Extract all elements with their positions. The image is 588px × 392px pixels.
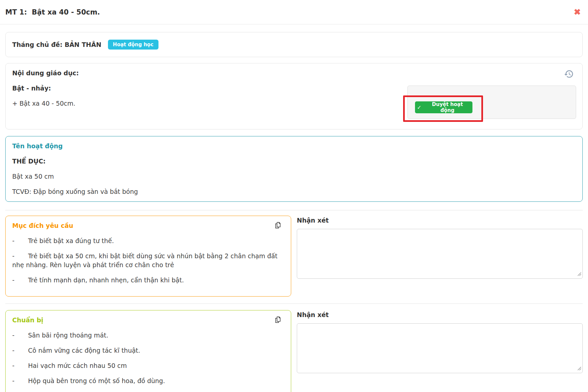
resize-handle-icon[interactable]: [577, 271, 581, 277]
modal-body: Tháng chủ đề: BẢN THÂN Hoạt động học Nội…: [0, 32, 588, 392]
comment-label: Nhận xét: [297, 216, 583, 225]
approve-panel: ✓ Duyệt hoạt động: [407, 86, 576, 119]
close-icon: ✖: [574, 7, 581, 17]
preparation-card: Chuẩn bị -Sân bãi rộng thoáng mát. -Cô n…: [5, 310, 291, 392]
purpose-comment-column: Nhận xét: [297, 216, 583, 297]
close-button[interactable]: ✖: [572, 7, 582, 18]
activity-line: THỂ DỤC:: [12, 157, 576, 166]
section-divider: [5, 210, 583, 210]
copy-button[interactable]: [274, 221, 282, 230]
list-item: -Trẻ tính mạnh dạn, nhanh nhẹn, cẩn thận…: [12, 276, 284, 285]
activity-detail-modal: MT 1: Bật xa 40 - 50cm. ✖ Tháng chủ đề: …: [0, 0, 588, 392]
list-item: -Trẻ biết bật xa đúng tư thế.: [12, 236, 284, 245]
history-button[interactable]: [564, 69, 574, 80]
history-icon: [564, 75, 574, 80]
list-item: -Sân bãi rộng thoáng mát.: [12, 331, 284, 340]
education-content-title: Nội dung giáo dục:: [12, 69, 576, 78]
comment-label: Nhận xét: [297, 310, 583, 319]
activity-name-card: Tên hoạt động THỂ DỤC: Bật xa 50 cm TCVĐ…: [5, 136, 583, 202]
purpose-card: Mục đích yêu cầu -Trẻ biết bật xa đúng t…: [5, 216, 291, 297]
month-theme-card: Tháng chủ đề: BẢN THÂN Hoạt động học: [5, 32, 583, 57]
list-item: -Hộp quà bên trong có một số hoa, đồ dùn…: [12, 376, 284, 385]
approve-activity-button[interactable]: ✓ Duyệt hoạt động: [415, 101, 472, 113]
modal-header: MT 1: Bật xa 40 - 50cm. ✖: [0, 0, 588, 24]
list-item: -Hai vạch mức cách nhau 50 cm: [12, 361, 284, 370]
comment-textarea-wrap: [297, 229, 583, 279]
month-theme-title: Tháng chủ đề: BẢN THÂN: [12, 41, 101, 48]
list-item: -Cô nắm vững các động tác kĩ thuật.: [12, 346, 284, 355]
comment-textarea-wrap: [297, 323, 583, 373]
preparation-comment-textarea[interactable]: [297, 323, 583, 373]
section-divider: [5, 303, 583, 304]
resize-handle-icon[interactable]: [577, 366, 581, 372]
purpose-section: Mục đích yêu cầu -Trẻ biết bật xa đúng t…: [5, 216, 583, 297]
copy-icon: [274, 225, 282, 230]
copy-button[interactable]: [274, 316, 282, 325]
activity-type-badge: Hoạt động học: [108, 40, 158, 50]
preparation-comment-column: Nhận xét: [297, 310, 583, 392]
preparation-title: Chuẩn bị: [12, 316, 284, 325]
education-content-card: Nội dung giáo dục: Bật - nhảy: + Bật xa …: [5, 63, 583, 129]
purpose-title: Mục đích yêu cầu: [12, 221, 284, 230]
page-title: MT 1: Bật xa 40 - 50cm.: [5, 8, 100, 16]
preparation-section: Chuẩn bị -Sân bãi rộng thoáng mát. -Cô n…: [5, 310, 583, 392]
check-icon: ✓: [417, 104, 421, 111]
activity-name-title: Tên hoạt động: [12, 142, 576, 151]
activity-line: Bật xa 50 cm: [12, 172, 576, 181]
copy-icon: [274, 320, 282, 325]
list-item: -Trẻ biết bật xa 50 cm, khi bật biết dùn…: [12, 252, 284, 269]
activity-line: TCVĐ: Đập bóng xuống sàn và bắt bóng: [12, 187, 576, 196]
purpose-comment-textarea[interactable]: [297, 229, 583, 279]
approve-activity-label: Duyệt hoạt động: [424, 101, 470, 113]
